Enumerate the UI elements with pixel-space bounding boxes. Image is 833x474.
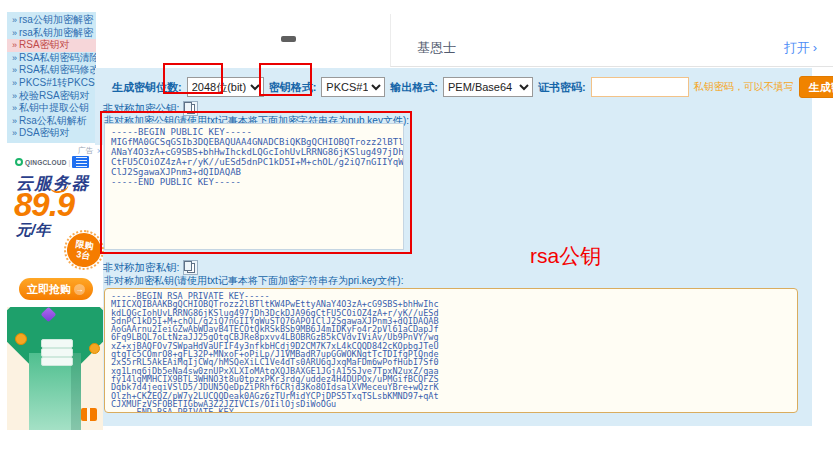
brand-name: QINGCLOUD [25, 159, 67, 166]
ad-price: 89.9 [14, 188, 74, 221]
private-key-textarea[interactable]: -----BEGIN RSA PRIVATE KEY----- MIICXQIB… [104, 288, 798, 413]
sidebar-item-label: rsa私钥加密解密 [19, 27, 93, 38]
server-icon [41, 357, 73, 366]
topbar: 基恩士 打开› [390, 14, 833, 67]
sidebar-item-label: Rsa公私钥解析 [19, 115, 87, 126]
dark-dash-decoration [281, 36, 296, 42]
bullet-icon: » [12, 28, 17, 38]
sidebar-item-pkcs1-to-pkcs8[interactable]: »PKCS#1转PKCS8 [7, 77, 96, 90]
key-format-label: 密钥格式: [269, 80, 317, 95]
brand-badge-icon [72, 156, 89, 168]
sidebar-item-dsa-keypair[interactable]: »DSA密钥对 [7, 127, 96, 140]
sidebar-item-label: 校验RSA密钥对 [19, 90, 90, 101]
coin-icon [15, 333, 27, 345]
key-format-select[interactable]: PKCS#1 [321, 77, 385, 97]
sidebar-item-label: RSA私钥密码清除 [19, 52, 96, 63]
sidebar-item-rsa-pubkey-encrypt[interactable]: »rsa公钥加密解密 [7, 14, 96, 27]
key-bits-select[interactable]: 2048位(bit) [187, 77, 264, 97]
copy-private-key-button[interactable] [183, 260, 198, 275]
sidebar-item-label: 私钥中提取公钥 [19, 102, 89, 113]
bullet-icon: » [12, 65, 17, 75]
open-link[interactable]: 打开› [784, 39, 817, 57]
sidebar-item-label: PKCS#1转PKCS8 [19, 77, 96, 88]
generate-key-button[interactable]: 生成密钥对(RSA) [799, 76, 833, 98]
sidebar-item-rsa-password-change[interactable]: »RSA私钥密码修改 [7, 64, 96, 77]
sidebar-item-rsa-key-parse[interactable]: »Rsa公私钥解析 [7, 115, 96, 128]
gift-icon [81, 408, 97, 421]
sidebar-item-verify-keypair[interactable]: »校验RSA密钥对 [7, 90, 96, 103]
cert-password-label: 证书密码: [538, 80, 586, 95]
ad-price-unit: 元/年 [16, 221, 50, 240]
copy-icon [187, 263, 195, 273]
logo-separator: | [69, 159, 71, 166]
limit-badge: 限购 3台 [65, 231, 103, 269]
sidebar-item-label: RSA密钥对 [19, 39, 70, 50]
sidebar-item-rsa-password-clear[interactable]: »RSA私钥密码清除 [7, 52, 96, 65]
grab-now-button[interactable]: 立即抢购 → [19, 278, 93, 300]
bullet-icon: » [12, 40, 17, 50]
bullet-icon: » [12, 15, 17, 25]
sidebar-item-rsa-prikey-encrypt[interactable]: »rsa私钥加密解密 [7, 27, 96, 40]
ad-logo: QINGCLOUD | [15, 156, 89, 168]
rsa-pubkey-annotation: rsa公钥 [530, 242, 601, 270]
bullet-icon: » [12, 53, 17, 63]
coin-icon [89, 343, 100, 354]
limit-badge-line2: 3台 [76, 249, 91, 261]
page-title: 基恩士 [417, 39, 456, 57]
copy-icon [187, 104, 195, 114]
ad-illustration [7, 307, 103, 430]
server-icon [41, 339, 73, 348]
server-icon [41, 348, 73, 357]
sidebar-item-rsa-keypair[interactable]: »RSA密钥对 [7, 39, 96, 52]
private-key-label: 非对称加密私钥: [103, 261, 179, 275]
sidebar-nav: »rsa公钥加密解密 »rsa私钥加密解密 »RSA密钥对 »RSA私钥密码清除… [7, 12, 96, 143]
cert-password-input[interactable] [591, 77, 689, 97]
ad-tag: 广告× [78, 145, 102, 156]
output-format-label: 输出格式: [390, 80, 438, 95]
page: »rsa公钥加密解密 »rsa私钥加密解密 »RSA密钥对 »RSA私钥密码清除… [0, 0, 833, 474]
arrow-right-icon: → [74, 284, 85, 295]
sidebar-item-label: rsa公钥加密解密 [19, 14, 93, 25]
ad-panel: 广告× QINGCLOUD | 云服务器 89.9 元/年 限购 3台 立即抢购… [7, 145, 103, 430]
bullet-icon: » [12, 91, 17, 101]
private-key-instruction: 非对称加密私钥(请使用txt记事本将下面加密字符串存为pri.key文件): [104, 274, 403, 288]
sidebar-item-label: DSA密钥对 [19, 127, 70, 138]
bullet-icon: » [12, 78, 17, 88]
sidebar-item-extract-pubkey[interactable]: »私钥中提取公钥 [7, 102, 96, 115]
ad-close-icon[interactable]: × [97, 146, 102, 156]
chevron-right-icon: › [813, 40, 817, 55]
private-key-label-row: 非对称加密私钥: [103, 260, 198, 275]
qingcloud-logo-icon [15, 158, 23, 166]
bullet-icon: » [12, 116, 17, 126]
private-password-hint: 私钥密码，可以不填写 [694, 80, 794, 94]
output-format-select[interactable]: PEM/Base64 [443, 77, 533, 97]
bullet-icon: » [12, 103, 17, 113]
content-panel: 生成密钥位数: 2048位(bit) 密钥格式: PKCS#1 输出格式: PE… [95, 68, 812, 426]
keygen-form: 生成密钥位数: 2048位(bit) 密钥格式: PKCS#1 输出格式: PE… [112, 75, 833, 99]
sidebar-item-label: RSA私钥密码修改 [19, 64, 96, 75]
public-key-textarea[interactable]: -----BEGIN PUBLIC KEY----- MIGfMA0GCSqGS… [104, 123, 404, 250]
key-bits-label: 生成密钥位数: [112, 80, 182, 95]
bullet-icon: » [12, 128, 17, 138]
